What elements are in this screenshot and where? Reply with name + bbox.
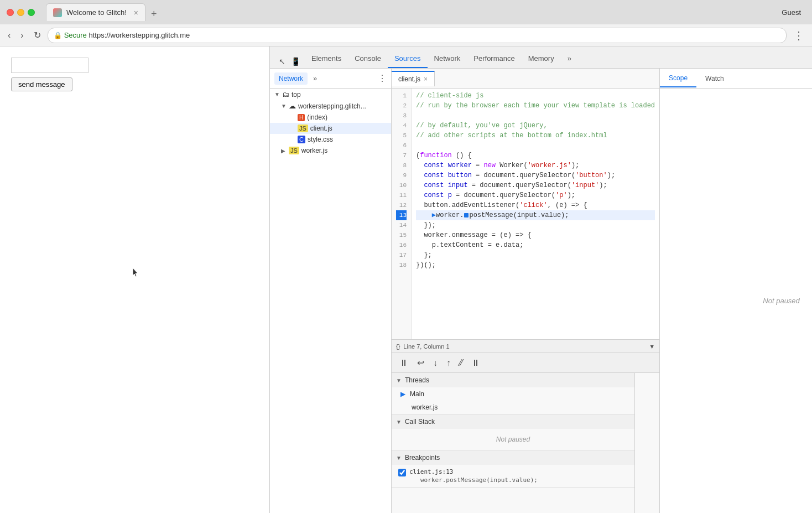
secure-badge: 🔒 Secure — [54, 31, 87, 39]
pause-on-exception-button[interactable]: ⏸ — [468, 356, 483, 370]
browser-more-button[interactable]: ⋮ — [790, 29, 808, 42]
step-over-button[interactable]: ↩ — [414, 356, 428, 370]
code-line-18: })(); — [416, 260, 655, 270]
callstack-section-header[interactable]: ▼ Call Stack — [392, 414, 634, 429]
css-file-icon: C — [298, 136, 305, 143]
tab-area: Welcome to Glitch! × + — [46, 3, 777, 21]
pause-button[interactable]: ⏸ — [396, 356, 412, 370]
tab-elements[interactable]: Elements — [305, 50, 348, 68]
deactivate-breakpoints-button[interactable]: ⁄⁄ — [456, 356, 466, 370]
user-label: Guest — [782, 8, 805, 17]
back-button[interactable]: ‹ — [4, 28, 14, 43]
line-num-16: 16 — [396, 240, 407, 250]
url-bar[interactable]: 🔒 Secure https://workerstepping.glitch.m… — [48, 28, 787, 43]
code-tabs: client.js × — [392, 69, 659, 89]
right-panel-tabs: Scope Watch — [660, 69, 812, 89]
tab-more[interactable]: » — [561, 50, 578, 68]
close-button[interactable] — [7, 9, 14, 16]
step-into-button[interactable]: ↓ — [430, 356, 441, 370]
bottom-content: ▼ Threads ▶ Main worker — [392, 373, 659, 513]
tab-console[interactable]: Console — [348, 50, 388, 68]
tab-close-button[interactable]: × — [134, 8, 138, 17]
threads-expand-icon: ▼ — [396, 377, 402, 384]
tree-item-index[interactable]: H (index) — [270, 112, 391, 123]
code-line-7: (function () { — [416, 151, 655, 160]
devtools-pointer-icon[interactable]: ↖ — [277, 55, 288, 68]
threads-section-header[interactable]: ▼ Threads — [392, 373, 634, 387]
refresh-button[interactable]: ↻ — [30, 28, 44, 43]
watch-tab[interactable]: Watch — [696, 70, 733, 87]
breakpoints-label: Breakpoints — [405, 454, 440, 462]
tab-performance[interactable]: Performance — [467, 50, 521, 68]
line-num-18: 18 — [396, 260, 407, 270]
code-tab-filename: client.js — [398, 75, 420, 83]
line-num-3: 3 — [396, 111, 407, 121]
breakpoint-check-1: client.js:13 worker.postMessage(input.va… — [398, 468, 628, 484]
status-arrow-down[interactable]: ▼ — [649, 343, 655, 350]
tree-item-workerjs[interactable]: ▶ JS worker.js — [270, 145, 391, 156]
tab-sources[interactable]: Sources — [388, 50, 428, 68]
thread-workerjs[interactable]: worker.js — [392, 401, 634, 414]
scope-tab[interactable]: Scope — [660, 70, 696, 87]
breakpoints-expand-icon: ▼ — [396, 455, 402, 461]
line-num-4: 4 — [396, 121, 407, 131]
tree-item-stylecss[interactable]: C style.css — [270, 134, 391, 145]
traffic-lights — [7, 9, 35, 16]
tree-label-clientjs: client.js — [310, 125, 332, 132]
message-input[interactable] — [11, 58, 89, 73]
code-line-2: // run by the browser each time your vie… — [416, 101, 655, 111]
file-panel-kebab-button[interactable]: ⋮ — [378, 73, 387, 84]
expand-icon-workerjs: ▶ — [281, 148, 287, 154]
code-tab-close-button[interactable]: × — [424, 75, 428, 83]
thread-workerjs-label: worker.js — [412, 403, 438, 411]
step-out-button[interactable]: ↑ — [443, 356, 454, 370]
line-num-10: 10 — [396, 180, 407, 190]
right-panel: Scope Watch Not paused — [659, 69, 812, 513]
file-panel-network-tab[interactable]: Network — [274, 72, 308, 85]
status-position: Line 7, Column 1 — [403, 343, 449, 350]
scope-panel — [635, 373, 659, 513]
tree-label-index: (index) — [307, 113, 327, 121]
line-num-2: 2 — [396, 101, 407, 111]
expand-icon: ▼ — [274, 91, 280, 97]
file-panel-more-button[interactable]: » — [311, 73, 319, 84]
code-line-1: // client-side js — [416, 91, 655, 101]
line-num-6: 6 — [396, 141, 407, 151]
minimize-button[interactable] — [17, 9, 24, 16]
page-content: send message — [0, 46, 269, 513]
tree-item-origin[interactable]: ▼ ☁ workerstepping.glitch... — [270, 100, 391, 112]
tree-item-clientjs[interactable]: JS client.js — [270, 123, 391, 134]
scope-not-paused: Not paused — [660, 89, 812, 513]
maximize-button[interactable] — [28, 9, 35, 16]
devtools-device-icon[interactable]: 📱 — [289, 55, 303, 68]
breakpoint-item-1: client.js:13 worker.postMessage(input.va… — [392, 465, 634, 487]
send-message-button[interactable]: send message — [11, 77, 72, 91]
code-tab-clientjs[interactable]: client.js × — [392, 71, 435, 86]
code-line-6 — [416, 141, 655, 151]
thread-main-arrow: ▶ — [400, 390, 405, 398]
line-num-5: 5 — [396, 131, 407, 141]
thread-main[interactable]: ▶ Main — [392, 387, 634, 401]
title-bar: Welcome to Glitch! × + Guest — [0, 0, 812, 24]
devtools-tabs: ↖ 📱 Elements Console Sources Network Per… — [270, 46, 812, 69]
file-panel-tabs: Network » ⋮ — [270, 69, 391, 89]
tab-title: Welcome to Glitch! — [66, 8, 127, 17]
new-tab-button[interactable]: + — [148, 7, 160, 21]
breakpoints-section: ▼ Breakpoints client.js:13 — [392, 450, 634, 488]
callstack-not-paused: Not paused — [392, 429, 634, 450]
breakpoint-checkbox-1[interactable] — [398, 469, 406, 476]
code-lines[interactable]: // client-side js // run by the browser … — [412, 89, 659, 339]
tab-memory[interactable]: Memory — [522, 50, 561, 68]
tab-network[interactable]: Network — [428, 50, 467, 68]
breakpoints-section-header[interactable]: ▼ Breakpoints — [392, 450, 634, 465]
line-num-9: 9 — [396, 170, 407, 180]
file-tree: ▼ 🗂 top ▼ ☁ workerstepping.glitch... — [270, 89, 391, 513]
status-bar-right: ▼ — [649, 343, 655, 350]
code-line-4: // by default, you've got jQuery, — [416, 121, 655, 131]
status-curly: {} — [396, 343, 400, 350]
tree-item-top[interactable]: ▼ 🗂 top — [270, 89, 391, 100]
forward-button[interactable]: › — [17, 28, 27, 43]
devtools: ↖ 📱 Elements Console Sources Network Per… — [269, 46, 812, 513]
tree-label-stylecss: style.css — [308, 136, 333, 143]
browser-tab[interactable]: Welcome to Glitch! × — [46, 3, 145, 21]
